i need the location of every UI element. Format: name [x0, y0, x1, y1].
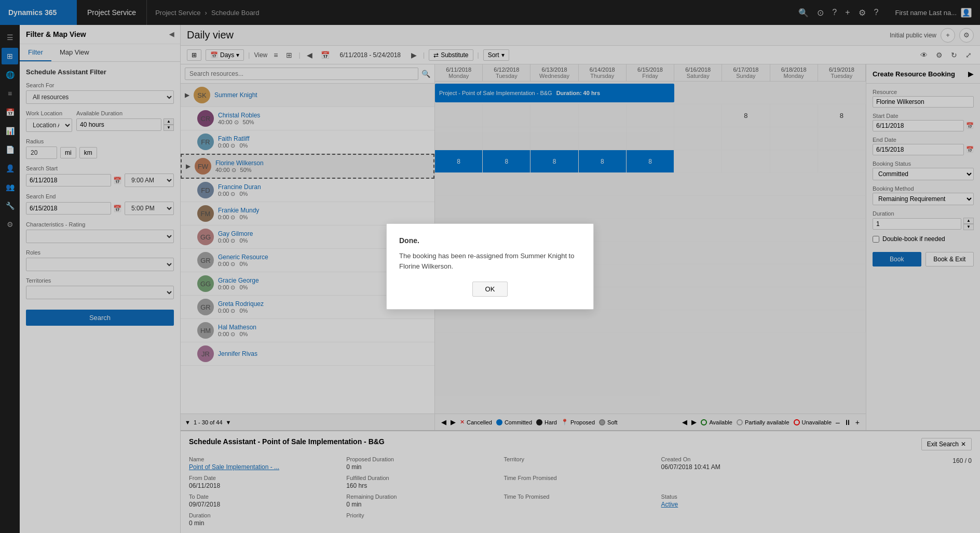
dialog-overlay: Done. The booking has been re-assigned f… [0, 0, 980, 533]
dialog: Done. The booking has been re-assigned f… [386, 223, 594, 310]
dialog-footer: OK [399, 282, 581, 297]
dialog-body: The booking has been re-assigned from Su… [399, 251, 581, 271]
dialog-ok-button[interactable]: OK [472, 282, 508, 297]
dialog-title: Done. [399, 236, 581, 245]
